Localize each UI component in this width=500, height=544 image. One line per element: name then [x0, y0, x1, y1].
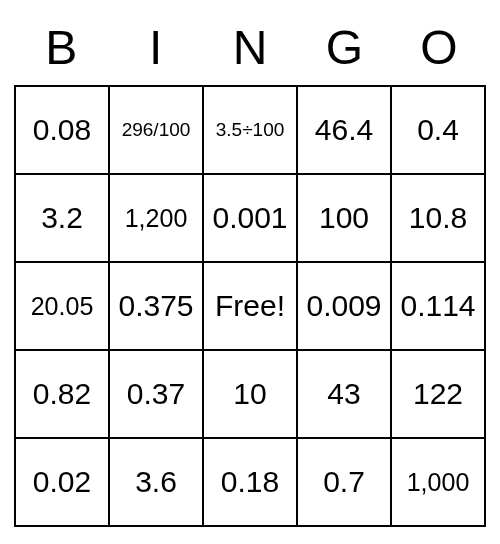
bingo-cell[interactable]: 3.2 — [15, 174, 109, 262]
bingo-cell[interactable]: 0.08 — [15, 86, 109, 174]
header-b: B — [14, 14, 108, 85]
bingo-cell[interactable]: Free! — [203, 262, 297, 350]
bingo-cell[interactable]: 20.05 — [15, 262, 109, 350]
bingo-card: B I N G O 0.08296/1003.5÷10046.40.43.21,… — [14, 14, 486, 527]
bingo-cell[interactable]: 296/100 — [109, 86, 203, 174]
bingo-cell[interactable]: 0.114 — [391, 262, 485, 350]
bingo-cell[interactable]: 3.6 — [109, 438, 203, 526]
header-o: O — [392, 14, 486, 85]
bingo-cell[interactable]: 0.009 — [297, 262, 391, 350]
bingo-cell[interactable]: 3.5÷100 — [203, 86, 297, 174]
bingo-cell[interactable]: 0.82 — [15, 350, 109, 438]
bingo-cell[interactable]: 100 — [297, 174, 391, 262]
bingo-cell[interactable]: 0.02 — [15, 438, 109, 526]
bingo-cell[interactable]: 43 — [297, 350, 391, 438]
bingo-cell[interactable]: 0.4 — [391, 86, 485, 174]
header-i: I — [108, 14, 202, 85]
bingo-cell[interactable]: 10.8 — [391, 174, 485, 262]
bingo-cell[interactable]: 46.4 — [297, 86, 391, 174]
bingo-cell[interactable]: 1,000 — [391, 438, 485, 526]
header-g: G — [297, 14, 391, 85]
bingo-cell[interactable]: 0.7 — [297, 438, 391, 526]
bingo-cell[interactable]: 0.37 — [109, 350, 203, 438]
bingo-header-row: B I N G O — [14, 14, 486, 85]
bingo-cell[interactable]: 10 — [203, 350, 297, 438]
bingo-cell[interactable]: 122 — [391, 350, 485, 438]
header-n: N — [203, 14, 297, 85]
bingo-cell[interactable]: 0.18 — [203, 438, 297, 526]
bingo-cell[interactable]: 0.001 — [203, 174, 297, 262]
bingo-cell[interactable]: 1,200 — [109, 174, 203, 262]
bingo-grid: 0.08296/1003.5÷10046.40.43.21,2000.00110… — [14, 85, 486, 527]
bingo-cell[interactable]: 0.375 — [109, 262, 203, 350]
